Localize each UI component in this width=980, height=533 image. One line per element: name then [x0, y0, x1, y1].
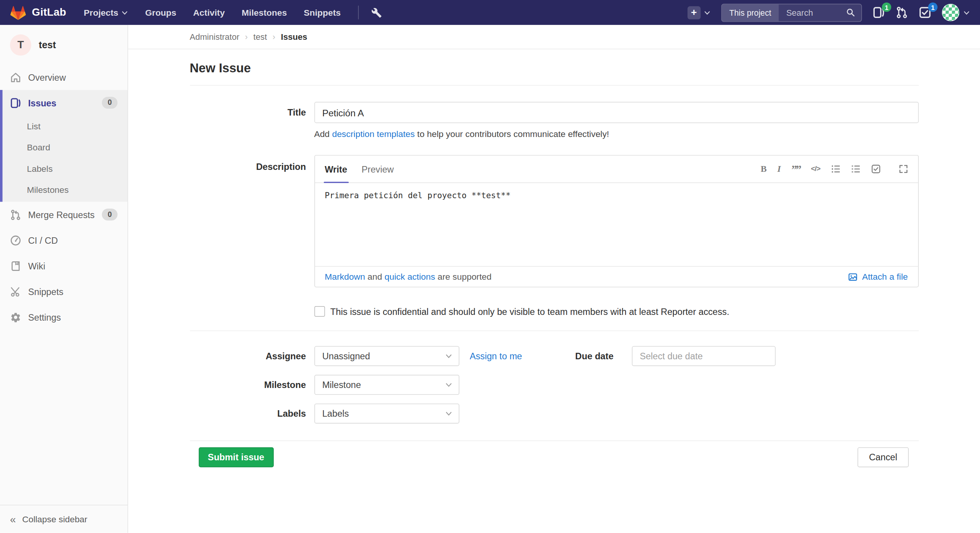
milestone-row: Milestone Milestone [190, 375, 919, 395]
global-search: This project [721, 3, 862, 21]
search-scope-badge[interactable]: This project [722, 4, 779, 21]
gitlab-logo[interactable]: GitLab [10, 4, 66, 20]
cancel-button[interactable]: Cancel [858, 447, 908, 467]
title-hint-row: Add description templates to help your c… [190, 129, 919, 139]
gauge-icon [10, 235, 21, 246]
user-avatar [942, 4, 959, 21]
chevron-down-icon [445, 381, 452, 389]
search-input[interactable] [785, 7, 841, 18]
markdown-link[interactable]: Markdown [325, 272, 365, 282]
numbered-list-icon[interactable] [851, 164, 860, 173]
todos-button[interactable]: 1 [919, 6, 931, 19]
nav-activity[interactable]: Activity [193, 8, 225, 18]
title-hint: Add description templates to help your c… [314, 129, 918, 139]
tab-preview[interactable]: Preview [361, 156, 394, 183]
breadcrumb-test[interactable]: test [253, 32, 267, 41]
due-date-input[interactable] [632, 346, 776, 366]
italic-icon[interactable]: I [777, 165, 781, 174]
sidebar-item-issues-board[interactable]: Board [3, 137, 128, 158]
sidebar-item-ci-cd[interactable]: CI / CD [0, 227, 127, 253]
nav-projects[interactable]: Projects [84, 8, 128, 18]
submit-issue-button[interactable]: Submit issue [198, 447, 273, 467]
assignee-dropdown[interactable]: Unassigned [314, 346, 459, 366]
title-row: Title [190, 102, 919, 123]
sidebar-item-issues[interactable]: Issues 0 [3, 90, 128, 116]
sidebar-item-overview[interactable]: Overview [0, 64, 127, 90]
quote-icon[interactable]: ”” [792, 163, 800, 174]
breadcrumb-issues[interactable]: Issues [281, 32, 307, 41]
main-content: Administrator › test › Issues New Issue … [128, 25, 980, 533]
chevron-down-icon [963, 9, 970, 16]
sidebar-item-settings[interactable]: Settings [0, 304, 127, 330]
code-icon[interactable]: </> [811, 165, 820, 173]
bold-icon[interactable]: B [761, 165, 767, 174]
description-label: Description [190, 155, 306, 172]
issues-dashboard-button[interactable]: 1 [872, 6, 885, 19]
description-row: Description Write Preview B I ”” </> [190, 155, 919, 287]
editor-header: Write Preview B I ”” </> [315, 156, 918, 183]
chevron-down-icon [445, 410, 452, 417]
sidebar-item-issues-milestones[interactable]: Milestones [3, 179, 128, 201]
title-divider [190, 85, 919, 86]
confidential-checkbox[interactable] [314, 306, 325, 317]
new-menu-button[interactable]: + [688, 6, 710, 19]
sidebar-item-issues-labels[interactable]: Labels [3, 158, 128, 179]
collapse-sidebar-button[interactable]: « Collapse sidebar [0, 505, 127, 533]
editor-footer: Markdown and quick actions are supported… [315, 266, 918, 287]
sidebar-item-issues-list[interactable]: List [3, 116, 128, 137]
confidential-row: This issue is confidential and should on… [190, 306, 919, 317]
sidebar-section-issues: Issues 0 List Board Labels Milestones [0, 90, 127, 202]
home-icon [10, 72, 21, 83]
title-label: Title [190, 108, 306, 117]
gitlab-app: GitLab Projects Groups Activity Mileston… [0, 0, 980, 533]
user-menu[interactable] [942, 4, 970, 21]
labels-dropdown[interactable]: Labels [314, 404, 459, 424]
merge-requests-button[interactable] [896, 6, 908, 19]
breadcrumb: Administrator › test › Issues [190, 25, 919, 49]
nav-groups[interactable]: Groups [145, 8, 176, 18]
breadcrumb-administrator[interactable]: Administrator [190, 32, 240, 41]
project-name: test [39, 39, 56, 51]
due-date-label: Due date [575, 351, 614, 361]
nav-milestones[interactable]: Milestones [242, 8, 287, 18]
sidebar-item-snippets[interactable]: Snippets [0, 279, 127, 304]
sidebar-item-wiki[interactable]: Wiki [0, 253, 127, 279]
quick-actions-link[interactable]: quick actions [384, 272, 435, 282]
chevron-down-icon [704, 9, 710, 16]
sidebar-nav: Overview Issues 0 List Board Labels Mile… [0, 64, 127, 330]
nav-snippets[interactable]: Snippets [304, 8, 341, 18]
todos-count-badge: 1 [928, 3, 937, 12]
navbar-menu: Projects Groups Activity Milestones Snip… [84, 8, 341, 18]
page-title: New Issue [190, 61, 919, 76]
admin-wrench-icon[interactable] [371, 7, 382, 18]
tab-write[interactable]: Write [325, 156, 347, 183]
issue-title-input[interactable] [314, 102, 918, 123]
fullscreen-icon[interactable] [898, 164, 908, 173]
chevron-down-icon [121, 9, 128, 16]
logo-wordmark: GitLab [32, 6, 66, 19]
markdown-support-note: Markdown and quick actions are supported [325, 272, 492, 282]
issues-icon [10, 97, 21, 108]
description-templates-link[interactable]: description templates [332, 129, 415, 139]
bullet-list-icon[interactable] [831, 164, 840, 173]
breadcrumb-bar: Administrator › test › Issues [128, 25, 980, 49]
breadcrumb-separator: › [273, 32, 275, 41]
labels-row: Labels Labels [190, 404, 919, 424]
milestone-dropdown[interactable]: Milestone [314, 375, 459, 395]
sidebar-item-merge-requests[interactable]: Merge Requests 0 [0, 202, 127, 227]
form-actions: Submit issue Cancel [190, 440, 919, 467]
breadcrumb-separator: › [245, 32, 248, 41]
merge-request-icon [10, 209, 21, 220]
task-list-icon[interactable] [871, 164, 880, 173]
gear-icon [10, 311, 21, 323]
page-layout: T test Overview Issues 0 [0, 25, 980, 533]
double-chevron-left-icon: « [10, 514, 16, 525]
issue-description-textarea[interactable]: Primera petición del proyecto **test** [315, 183, 918, 266]
issues-count-pill: 0 [102, 97, 118, 109]
project-header[interactable]: T test [0, 25, 127, 64]
assign-to-me-link[interactable]: Assign to me [470, 351, 522, 361]
attach-file-button[interactable]: Attach a file [848, 272, 908, 282]
markdown-editor: Write Preview B I ”” </> [314, 155, 918, 287]
chevron-down-icon [445, 352, 452, 360]
merge-request-icon [896, 6, 908, 19]
